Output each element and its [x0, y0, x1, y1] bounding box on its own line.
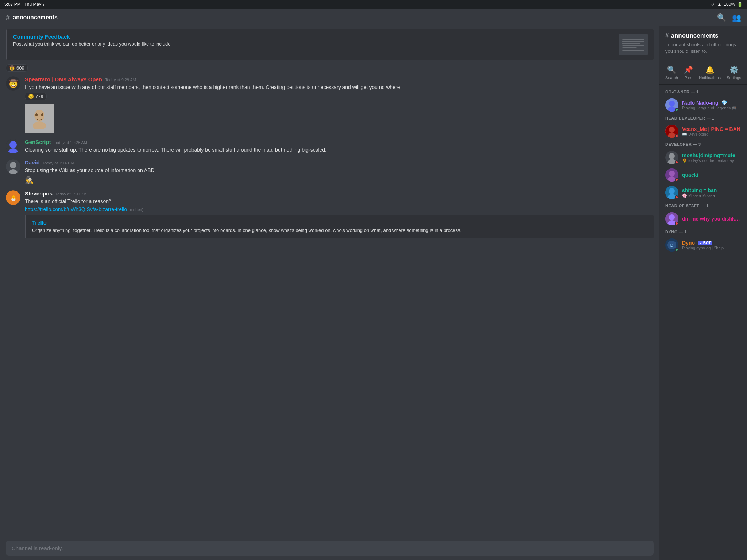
status-text-shitping: 🌸 Misaka Misaka [682, 193, 741, 198]
avatar-quacki [665, 168, 678, 182]
messages-list: Community Feedback Post what you think w… [0, 26, 659, 536]
author-genscript: GenScript [25, 139, 51, 145]
status-text-moshu: 🌻 today's not the hentai day [682, 158, 741, 163]
trello-link[interactable]: https://trello.com/b/uWh3QISv/a-bizarre-… [25, 206, 127, 212]
reaction-779[interactable]: 😏 779 [25, 93, 47, 100]
sidebar-toolbar: 🔍 Search 📌 Pins 🔔 Notifications ⚙️ Setti… [659, 61, 747, 85]
sidebar-tool-search[interactable]: 🔍 Search [665, 65, 678, 80]
status-moshu [675, 160, 678, 164]
channel-header: # announcements 🔍 👥 [0, 9, 747, 26]
status-icons: ✈ ▲ 100% 🔋 [711, 2, 743, 7]
timestamp-david: Today at 1:14 PM [43, 161, 74, 165]
name-veanx: Veanx_Me | PING = BAN [682, 126, 741, 132]
sidebar-tool-settings[interactable]: ⚙️ Settings [727, 65, 741, 80]
status-text-veanx: ⌨️ Developing. [682, 132, 741, 137]
avatar-veanx [665, 125, 678, 138]
members-icon[interactable]: 👥 [732, 13, 741, 22]
member-dyno[interactable]: D Dyno ✓ BOT Playing dyno.gg | ?help [659, 236, 747, 254]
status-bar: 5:07 PM Thu May 7 ✈ ▲ 100% 🔋 [0, 0, 747, 9]
search-icon[interactable]: 🔍 [717, 13, 726, 22]
avatar-shitping [665, 186, 678, 199]
sidebar-settings-icon: ⚙️ [729, 65, 739, 74]
airplane-icon: ✈ [711, 2, 715, 7]
sidebar-pins-icon: 📌 [684, 65, 693, 74]
name-row-dyno: Dyno ✓ BOT [682, 240, 741, 246]
reaction-609[interactable]: 🤠 609 [6, 64, 28, 72]
sidebar-tool-pins[interactable]: 📌 Pins [684, 65, 693, 80]
chat-area: Community Feedback Post what you think w… [0, 26, 659, 560]
svg-point-2 [35, 113, 38, 116]
author-david: David [25, 159, 40, 166]
member-quacki[interactable]: quacki [659, 166, 747, 184]
sidebar-pins-label: Pins [685, 75, 692, 80]
edited-tag: (edited) [130, 207, 143, 212]
svg-text:🐣: 🐣 [10, 195, 17, 201]
svg-point-16 [669, 127, 675, 133]
svg-text:D: D [670, 243, 674, 248]
avatar-nado [665, 98, 678, 112]
status-veanx [675, 134, 678, 138]
svg-point-22 [669, 171, 675, 176]
message-genscript: GenScript Today at 10:28 AM Clearing som… [6, 136, 654, 157]
reaction-emoji: 🤠 [9, 65, 15, 71]
sidebar-description: Important shouts and other things you sh… [665, 42, 741, 55]
message-david: David Today at 1:14 PM Stop using the Wi… [6, 156, 654, 187]
status-time: 5:07 PM Thu May 7 [4, 2, 45, 7]
section-head-developer: HEAD DEVELOPER — 1 [659, 114, 747, 122]
status-shitping [675, 195, 678, 199]
message-image [25, 104, 54, 133]
section-developer: DEVELOPER — 3 [659, 140, 747, 149]
status-dm-dislike [675, 222, 678, 225]
avatar-dm-dislike [665, 212, 678, 225]
section-co-owner: CO-OWNER — 1 [659, 88, 747, 96]
member-moshu[interactable]: moshu|dm/ping=mute 🌻 today's not the hen… [659, 149, 747, 166]
svg-point-5 [9, 141, 17, 148]
svg-point-25 [669, 188, 675, 194]
svg-point-3 [41, 113, 43, 116]
member-veanx[interactable]: Veanx_Me | PING = BAN ⌨️ Developing. [659, 122, 747, 140]
sidebar-tool-notifications[interactable]: 🔔 Notifications [699, 65, 721, 80]
message-stevenpos: 🐣 Stevenpos Today at 1:20 PM There is an… [6, 187, 654, 241]
svg-point-13 [669, 101, 675, 106]
sidebar-hash-icon: # [665, 32, 669, 39]
member-shitping[interactable]: shitping = ban 🌸 Misaka Misaka [659, 184, 747, 201]
section-dyno: DYNO — 1 [659, 228, 747, 236]
avatar-moshu [665, 151, 678, 164]
status-dyno [675, 248, 678, 252]
member-nado[interactable]: Nado Nado-ing 💎 Playing League of Legend… [659, 96, 747, 114]
name-nado: Nado Nado-ing 💎 [682, 100, 741, 106]
battery-icon: 🔋 [737, 2, 743, 7]
message-speartaro: 🤠 Speartaro | DMs Always Open Today at 9… [6, 73, 654, 136]
name-moshu: moshu|dm/ping=mute [682, 152, 741, 158]
svg-point-28 [669, 214, 675, 220]
sidebar-notifications-label: Notifications [699, 75, 721, 80]
status-quacki [675, 178, 678, 182]
message-content-david: David Today at 1:14 PM Stop using the Wi… [25, 159, 654, 184]
author-stevenpos: Stevenpos [25, 190, 53, 197]
timestamp-stevenpos: Today at 1:20 PM [55, 192, 87, 196]
text-david: Stop using the Wiki as your source of in… [25, 167, 654, 174]
timestamp-speartaro: Today at 9:29 AM [105, 78, 136, 82]
emoji-david: 🕵️ [25, 176, 654, 184]
avatar-stevenpos: 🐣 [6, 190, 20, 205]
status-text-nado: Playing League of Legends 🎮 [682, 106, 741, 110]
avatar-genscript [6, 139, 20, 153]
member-dm-dislike[interactable]: dm me why you dislike me [659, 210, 747, 228]
avatar-david [6, 159, 20, 174]
avatar-speartaro: 🤠 [6, 76, 20, 91]
header-icons: 🔍 👥 [717, 13, 741, 22]
svg-point-19 [669, 153, 675, 159]
trello-embed: Trello Organize anything, together. Trel… [25, 215, 654, 238]
reaction-count: 609 [16, 65, 24, 71]
status-text-dyno: Playing dyno.gg | ?help [682, 246, 741, 250]
battery-indicator: 100% [724, 2, 735, 7]
embed-description: Post what you think we can do better or … [13, 41, 170, 47]
name-dm-dislike: dm me why you dislike me [682, 216, 741, 222]
embed-card-community-feedback: Community Feedback Post what you think w… [6, 29, 654, 60]
embed-title: Community Feedback [13, 34, 170, 40]
sidebar-notifications-icon: 🔔 [705, 65, 715, 74]
trello-link-area: https://trello.com/b/uWh3QISv/a-bizarre-… [25, 206, 654, 212]
reaction-count-2: 779 [35, 94, 43, 99]
section-head-of-staff: HEAD OF STAFF — 1 [659, 201, 747, 210]
message-content-stevenpos: Stevenpos Today at 1:20 PM There is an o… [25, 190, 654, 238]
